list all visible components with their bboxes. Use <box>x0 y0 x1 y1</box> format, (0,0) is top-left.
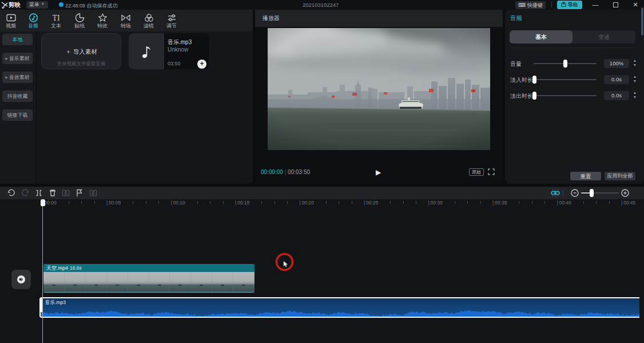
svg-text:TI: TI <box>52 14 60 22</box>
